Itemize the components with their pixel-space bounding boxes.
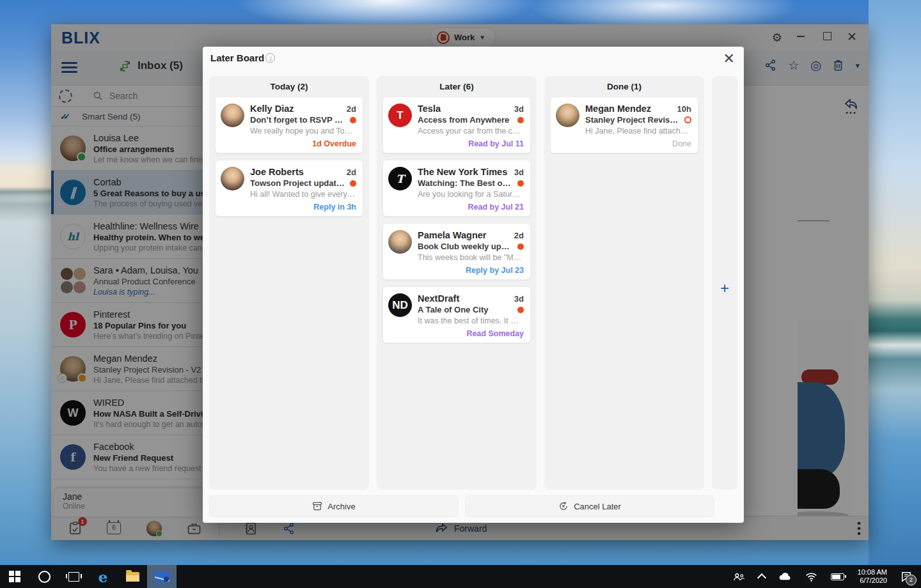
unread-dot-icon [517, 244, 524, 250]
card-age: 3d [514, 167, 524, 177]
archive-button[interactable]: Archive [209, 495, 459, 517]
cortana-button[interactable] [29, 565, 59, 588]
board-column: Today (2) • Kelly Diaz 2d Don’t forget t… [209, 76, 369, 490]
card-sender: Joe Roberts [250, 167, 343, 177]
cancel-later-label: Cancel Later [574, 502, 621, 511]
taskbar-clock[interactable]: 10:08 AM 6/7/2020 [858, 568, 887, 585]
megan-avatar: • [556, 104, 579, 127]
cancel-later-icon [558, 501, 569, 511]
card-age: 3d [514, 294, 524, 304]
card-age: 2d [347, 167, 356, 177]
later-card[interactable]: • Kelly Diaz 2d Don’t forget to RSVP to … [215, 97, 363, 153]
later-card[interactable]: • Megan Mendez 10h Stanley Project Revis… [550, 97, 698, 153]
wifi-icon[interactable] [805, 572, 817, 582]
board-column: Later (6) T Tesla 3d Access from Anywher… [377, 76, 537, 490]
pamela-avatar: • [388, 230, 412, 254]
start-button[interactable] [0, 565, 29, 588]
card-subject: Watching: The Best of Netflix... [418, 178, 512, 188]
action-center-icon[interactable]: 2 [901, 571, 912, 582]
tray-expand-icon[interactable] [757, 573, 766, 582]
card-sender: Kelly Diaz [250, 104, 343, 114]
later-card[interactable]: • Pamela Wagner 2d Book Club weekly upda… [382, 223, 531, 280]
card-action-label: Read Someday [418, 329, 524, 338]
card-subject: Access from Anywhere [418, 115, 512, 125]
info-icon[interactable]: i [265, 53, 275, 63]
onedrive-icon[interactable] [778, 572, 792, 581]
unread-dot-icon [517, 117, 524, 123]
notification-badge: 2 [906, 575, 917, 585]
add-column-plus-icon[interactable]: + [720, 279, 729, 297]
later-board-modal: Later Board i ✕ Today (2) • Kelly Diaz 2… [203, 47, 744, 523]
card-snippet: Hi all! Wanted to give everyone... [250, 190, 356, 199]
desktop-wallpaper [869, 0, 921, 565]
archive-icon [312, 501, 322, 511]
modal-close-icon[interactable]: ✕ [723, 50, 735, 67]
add-column-strip[interactable]: + [712, 76, 737, 490]
battery-icon[interactable] [831, 573, 844, 580]
windows-taskbar: e 10:08 AM 6/7/2020 2 [0, 565, 921, 588]
card-age: 3d [514, 104, 524, 114]
clock-time: 10:08 AM [858, 568, 887, 576]
card-snippet: Are you looking for a Saturday... [418, 190, 524, 199]
card-action-label: Done [585, 139, 691, 148]
card-snippet: This weeks book will be "Me Befo... [418, 253, 524, 262]
card-action-label: Read by Jul 21 [418, 203, 524, 212]
card-action-label: 1d Overdue [250, 139, 356, 148]
column-cards: • Kelly Diaz 2d Don’t forget to RSVP to … [209, 97, 369, 217]
card-subject: Don’t forget to RSVP to our... [250, 115, 345, 125]
card-snippet: It was the best of times. It was the... [418, 316, 524, 325]
card-action-label: Read by Jul 11 [418, 139, 524, 148]
card-sender: Tesla [418, 104, 510, 114]
card-subject: A Tale of One City [418, 305, 512, 314]
people-tray-icon[interactable] [733, 572, 745, 582]
column-title: Later (6) [377, 76, 537, 97]
joe-avatar: • [221, 167, 244, 190]
card-snippet: Access your car from the comfort... [418, 127, 524, 135]
column-title: Done (1) [544, 76, 704, 97]
tesla-logo: T [388, 104, 412, 127]
modal-title: Later Board [210, 52, 264, 63]
modal-header: Later Board i ✕ [203, 47, 744, 71]
archive-label: Archive [327, 502, 355, 511]
card-subject: Book Club weekly update [418, 242, 512, 251]
system-tray: 10:08 AM 6/7/2020 2 [733, 568, 921, 585]
card-sender: Pamela Wagner [418, 230, 510, 240]
unread-dot-icon [517, 180, 524, 187]
later-card[interactable]: ND NextDraft 3d A Tale of One City It wa… [382, 286, 531, 343]
card-action-label: Reply in 3h [250, 203, 356, 212]
later-card[interactable]: T Tesla 3d Access from Anywhere Access y… [382, 97, 531, 153]
column-cards: T Tesla 3d Access from Anywhere Access y… [377, 97, 537, 343]
later-card[interactable]: • Joe Roberts 2d Towson Project updates … [215, 160, 363, 217]
cancel-later-button[interactable]: Cancel Later [465, 495, 714, 517]
card-snippet: Hi Jane, Please find attached the... [585, 127, 691, 135]
nyt-logo: T [388, 167, 412, 190]
card-subject: Towson Project updates [250, 178, 345, 188]
board-column: Done (1) • Megan Mendez 10h Stanley Proj… [544, 76, 704, 490]
kelly-avatar: • [221, 104, 244, 127]
card-snippet: We really hope you and Tom can... [250, 127, 356, 135]
later-card[interactable]: T The New York Times 3d Watching: The Be… [382, 160, 531, 217]
card-sender: The New York Times [418, 167, 510, 177]
card-age: 10h [677, 104, 691, 114]
nextdraft-logo: ND [388, 293, 412, 317]
desktop: BLIX Work ▼ ⚙ ✕ Inbox (5) ☆ ◎ ▾ [0, 0, 921, 588]
task-view-button[interactable] [59, 565, 88, 588]
unread-dot-icon [517, 307, 524, 313]
kanban-board: Today (2) • Kelly Diaz 2d Don’t forget t… [209, 76, 737, 490]
unread-dot-icon [684, 116, 691, 123]
card-action-label: Reply by Jul 23 [418, 266, 524, 275]
clock-date: 6/7/2020 [858, 576, 887, 585]
card-age: 2d [347, 104, 356, 114]
bluemail-taskbar-icon[interactable] [147, 565, 177, 588]
column-title: Today (2) [209, 76, 369, 97]
column-cards: • Megan Mendez 10h Stanley Project Revis… [544, 97, 704, 153]
file-explorer-icon[interactable] [118, 565, 147, 588]
card-sender: Megan Mendez [585, 104, 673, 114]
modal-footer: Archive Cancel Later [209, 495, 714, 517]
card-sender: NextDraft [418, 293, 510, 304]
unread-dot-icon [350, 117, 356, 123]
edge-icon[interactable]: e [88, 565, 118, 588]
card-age: 2d [514, 231, 524, 240]
card-subject: Stanley Project Revision - V2 [585, 115, 679, 125]
unread-dot-icon [350, 180, 356, 187]
